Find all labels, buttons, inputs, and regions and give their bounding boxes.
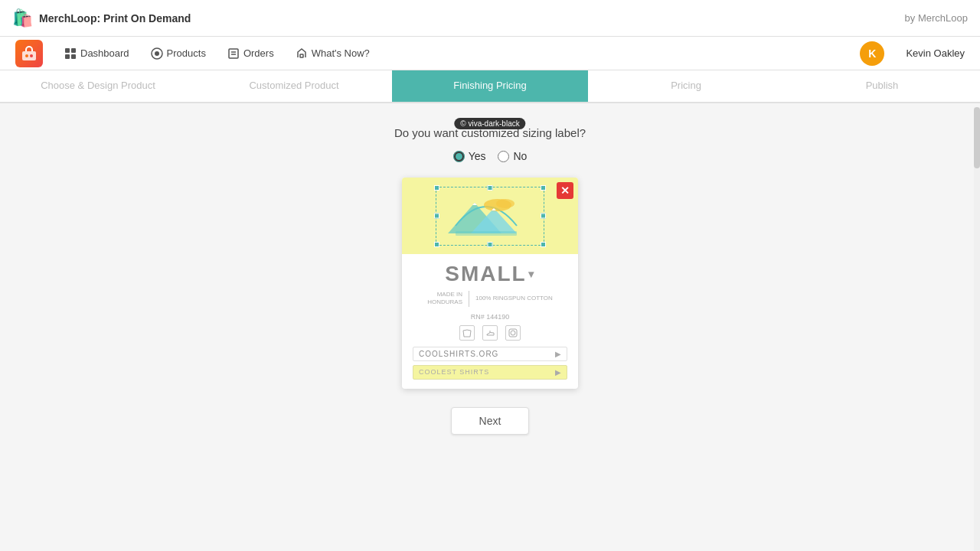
label-body: SMALL ▾ MADE IN HONDURAS 100% RINGSPUN C… (402, 254, 578, 389)
size-dropdown[interactable]: ▾ (528, 268, 535, 280)
by-label: by MerchLoop (905, 12, 968, 24)
tab-choose-design[interactable]: Choose & Design Product (0, 70, 196, 102)
tab-publish[interactable]: Publish (784, 70, 980, 102)
nav-logo (15, 40, 43, 67)
origin-row: MADE IN HONDURAS 100% RINGSPUN COTTON (413, 291, 567, 307)
handle-br[interactable] (541, 242, 546, 247)
next-button[interactable]: Next (451, 407, 530, 435)
svg-point-1 (25, 54, 28, 57)
care-icons (413, 325, 567, 341)
option-no[interactable]: No (498, 150, 527, 162)
brand-row: COOLSHIRTS.ORG ▶ (413, 347, 567, 361)
care-icon-iron (482, 325, 498, 341)
size-text: SMALL (445, 262, 526, 286)
svg-point-2 (30, 54, 33, 57)
handle-tr[interactable] (541, 185, 546, 191)
care-icon-wash (459, 325, 475, 341)
svg-marker-17 (472, 203, 477, 205)
mountain-svg (433, 184, 540, 241)
sub-brand-text: COOLEST SHIRTS (419, 368, 489, 376)
tab-customized-product[interactable]: Customized Product (196, 70, 392, 102)
size-row: SMALL ▾ (413, 262, 567, 286)
label-image-area: ✕ (402, 178, 578, 254)
scrollbar-thumb[interactable] (974, 107, 980, 168)
tab-finishing-pricing[interactable]: Finishing Pricing (392, 70, 588, 102)
care-icon-dry (505, 325, 521, 341)
nav-bar: Dashboard Products Orders What's Now? K … (0, 37, 980, 70)
svg-rect-4 (71, 48, 76, 53)
nav-dashboard[interactable]: Dashboard (64, 47, 129, 60)
brand-text: COOLSHIRTS.ORG (419, 350, 498, 358)
floating-badge: © viva-dark-black (454, 118, 525, 129)
origin-left: MADE IN HONDURAS (427, 291, 469, 307)
sub-brand-arrow: ▶ (555, 368, 561, 377)
handle-bl[interactable] (434, 242, 439, 247)
radio-no[interactable] (498, 151, 509, 162)
svg-rect-0 (22, 51, 36, 60)
step-tabs: © viva-dark-black Choose & Design Produc… (0, 70, 980, 103)
svg-point-16 (496, 199, 514, 208)
app-icon: 🛍️ (12, 8, 33, 28)
origin-right: 100% RINGSPUN COTTON (469, 295, 553, 302)
radio-yes[interactable] (453, 151, 465, 162)
app-branding: 🛍️ MerchLoop: Print On Demand (12, 8, 191, 28)
top-bar: 🛍️ MerchLoop: Print On Demand by MerchLo… (0, 0, 980, 37)
svg-point-8 (155, 51, 159, 56)
svg-rect-9 (229, 49, 238, 58)
tab-pricing[interactable]: Pricing (588, 70, 784, 102)
app-title: MerchLoop: Print On Demand (39, 12, 191, 24)
design-canvas[interactable] (433, 184, 547, 249)
option-yes[interactable]: Yes (453, 150, 486, 162)
sizing-options: Yes No (453, 150, 528, 162)
brand-arrow: ▶ (555, 350, 561, 358)
main-content: Do you want customized sizing label? Yes… (0, 103, 980, 547)
svg-rect-6 (71, 54, 76, 59)
label-card: ✕ SMALL ▾ MADE IN HONDURAS 100% RINGSPUN… (402, 178, 578, 389)
nav-products[interactable]: Products (151, 47, 206, 60)
svg-rect-3 (65, 48, 70, 53)
svg-point-22 (511, 331, 515, 335)
nav-whats-new[interactable]: What's Now? (296, 47, 370, 60)
svg-rect-5 (65, 54, 70, 59)
svg-rect-12 (300, 54, 303, 57)
avatar: K (860, 41, 884, 66)
user-name: Kevin Oakley (906, 47, 965, 59)
nav-orders[interactable]: Orders (227, 47, 274, 60)
sub-brand-row: COOLEST SHIRTS ▶ (413, 365, 567, 380)
svg-rect-19 (456, 231, 517, 236)
rn-number: RN# 144190 (413, 313, 567, 321)
handle-mr[interactable] (541, 214, 546, 219)
scrollbar-track[interactable] (974, 107, 980, 551)
handle-bc[interactable] (488, 242, 493, 247)
close-button[interactable]: ✕ (557, 182, 573, 199)
